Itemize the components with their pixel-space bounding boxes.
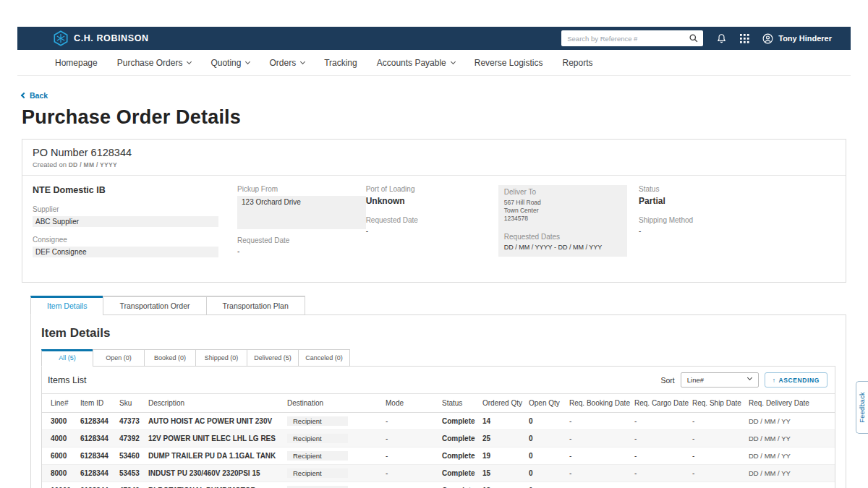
filter-canceled[interactable]: Canceled (0): [298, 349, 350, 367]
main-navigation: Homepage Purchase Orders Quoting Orders …: [17, 50, 851, 76]
pickup-requested-date-value: -: [237, 247, 359, 255]
po-summary-card: PO Number 6128344 Created on DD / MM / Y…: [22, 139, 846, 283]
cell-destination: Recipient: [284, 413, 382, 430]
arrow-up-icon: ↑: [773, 377, 776, 384]
cell-line-: 4000: [42, 430, 77, 448]
cell-req-ship-date: -: [689, 430, 745, 448]
table-row: 400061283444739212V POWER UNIT ELEC LHL …: [42, 430, 835, 448]
filter-all[interactable]: All (5): [41, 349, 93, 367]
page: C.H. ROBINSON: [0, 0, 868, 488]
chevron-down-icon: [245, 59, 250, 64]
cell-description: AUTO HOIST AC POWER UNIT 230V: [145, 413, 284, 430]
feedback-label: Feedback: [859, 392, 866, 423]
deliver-address-line3: 1234578: [504, 215, 621, 223]
chevron-down-icon: [187, 59, 192, 64]
brand-name: C.H. ROBINSON: [74, 33, 149, 43]
cell-status: Complete: [438, 465, 479, 482]
cell-sku: 47373: [116, 413, 145, 430]
cell-req-cargo-date: -: [631, 430, 689, 448]
consignee-label: Consignee: [33, 236, 230, 244]
deliver-address-line2: Town Center: [504, 207, 621, 215]
destination-value: Recipient: [287, 434, 348, 443]
status-value: Partial: [639, 196, 828, 206]
nav-item-purchase-orders[interactable]: Purchase Orders: [117, 58, 192, 68]
cell-status: Complete: [438, 482, 479, 488]
port-requested-date-label: Requested Date: [366, 216, 491, 224]
cell-req-booking-date: -: [566, 448, 631, 465]
nav-item-homepage[interactable]: Homepage: [55, 58, 98, 68]
deliver-requested-dates-value: DD / MM / YYYY - DD / MM / YYY: [504, 244, 621, 251]
cell-description: DUMP TRAILER PU DA 1.1GAL TANK: [145, 448, 284, 465]
cell-req-delivery-date: DD / MM / YY: [745, 465, 835, 482]
cell-open-qty: 0: [525, 465, 566, 482]
table-row: 6000612834453460DUMP TRAILER PU DA 1.1GA…: [42, 448, 835, 465]
ascending-sort-button[interactable]: ↑ ASCENDING: [765, 372, 827, 388]
cell-req-booking-date: -: [566, 430, 631, 448]
destination-value: Recipient: [287, 451, 348, 461]
nav-item-quoting[interactable]: Quoting: [210, 58, 250, 68]
cell-item-id: 6128344: [77, 430, 116, 448]
page-content: Back Purchase Order Details PO Number 61…: [17, 76, 851, 488]
filter-delivered[interactable]: Delivered (5): [247, 349, 299, 367]
user-menu[interactable]: Tony Hinderer: [762, 33, 832, 44]
cell-req-ship-date: -: [689, 413, 745, 430]
column-header: Req. Cargo Date: [631, 394, 689, 413]
cell-ordered-qty: 15: [479, 465, 525, 482]
cell-line-: 3000: [42, 413, 77, 430]
items-table-header-row: Line#Item IDSkuDescriptionDestinationMod…: [42, 394, 835, 413]
cell-ordered-qty: 18: [479, 482, 525, 488]
pickup-address: 123 Orchard Drive: [242, 198, 362, 206]
chevron-down-icon: [300, 59, 305, 64]
cell-req-ship-date: -: [689, 465, 745, 482]
search-icon[interactable]: [689, 33, 699, 43]
column-header: Ordered Qty: [479, 394, 525, 413]
cell-line-: 10000: [42, 482, 77, 488]
pickup-address-block: 123 Orchard Drive: [237, 196, 366, 229]
tab-transportation-plan[interactable]: Transportation Plan: [206, 296, 305, 315]
brand-logo[interactable]: C.H. ROBINSON: [54, 30, 149, 46]
po-card-header: PO Number 6128344 Created on DD / MM / Y…: [22, 140, 846, 176]
cell-mode: -: [382, 465, 438, 482]
cell-req-delivery-date: DD / MM / YY: [745, 413, 835, 430]
sort-select[interactable]: Line#: [681, 372, 759, 388]
cell-sku: 53460: [116, 448, 145, 465]
supplier-value: ABC Supplier: [33, 216, 218, 227]
cell-description: BI-ROTATIONAL PUMP/MOTOR: [145, 482, 284, 488]
column-header: Sku: [116, 394, 145, 413]
cell-req-ship-date: -: [689, 448, 745, 465]
shipping-method-label: Shipping Method: [639, 216, 828, 224]
cell-ordered-qty: 19: [479, 448, 525, 465]
filter-booked[interactable]: Booked (0): [144, 349, 196, 367]
column-header: Req. Booking Date: [566, 394, 631, 413]
tab-transportation-order[interactable]: Transportation Order: [103, 296, 206, 315]
cell-item-id: 6128344: [77, 465, 116, 482]
po-type: NTE Domestic IB: [33, 185, 230, 195]
port-requested-date-value: -: [366, 227, 491, 235]
column-header: Destination: [284, 394, 382, 413]
cell-destination: Recipient: [284, 465, 382, 482]
nav-item-reports[interactable]: Reports: [563, 58, 593, 68]
top-header-bar: C.H. ROBINSON: [17, 27, 851, 50]
column-header: Status: [438, 394, 479, 413]
notifications-bell-icon[interactable]: [716, 33, 727, 44]
nav-item-reverse-logistics[interactable]: Reverse Logistics: [475, 58, 543, 68]
apps-grid-icon[interactable]: [740, 34, 749, 43]
port-of-loading-value: Unknown: [366, 196, 491, 206]
column-header: Mode: [382, 394, 438, 413]
back-link[interactable]: Back: [22, 91, 48, 100]
page-title: Purchase Order Details: [22, 106, 846, 129]
cell-line-: 6000: [42, 448, 77, 465]
chr-hexagon-logo-icon: [54, 30, 68, 46]
nav-item-orders[interactable]: Orders: [269, 58, 305, 68]
tab-item-details[interactable]: Item Details: [30, 296, 103, 315]
filter-shipped[interactable]: Shipped (0): [195, 349, 247, 367]
nav-item-accounts-payable[interactable]: Accounts Payable: [377, 58, 455, 68]
ascending-label: ASCENDING: [779, 377, 820, 384]
nav-item-tracking[interactable]: Tracking: [324, 58, 357, 68]
feedback-button[interactable]: Feedback: [856, 381, 868, 434]
port-of-loading-column: Port of Loading Unknown Requested Date -: [366, 185, 498, 266]
filter-open[interactable]: Open (0): [93, 349, 145, 367]
search-input[interactable]: [561, 30, 703, 46]
cell-mode: -: [382, 413, 438, 430]
cell-req-delivery-date: DD / MM / YY: [745, 448, 835, 465]
